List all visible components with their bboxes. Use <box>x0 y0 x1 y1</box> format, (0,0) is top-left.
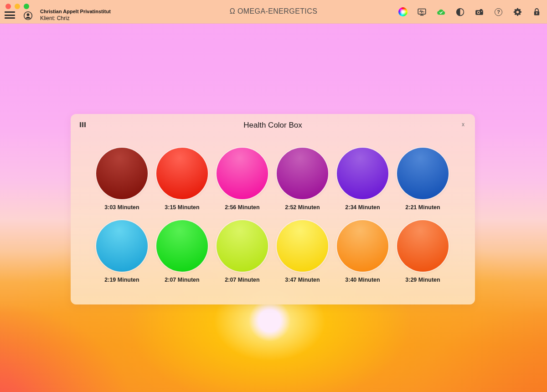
client-name: Klient: Chriz <box>40 15 111 22</box>
color-ball-dark-red[interactable] <box>96 148 148 199</box>
color-item-dark-orange: 3:29 Minuten <box>397 220 449 283</box>
duration-label: 2:52 Minuten <box>285 204 320 211</box>
color-item-dark-red: 3:03 Minuten <box>96 148 148 211</box>
color-ball-yellow-green[interactable] <box>217 220 268 272</box>
color-grid: 3:03 Minuten 3:15 Minuten 2:56 Minuten 2… <box>96 148 449 283</box>
color-ball-yellow[interactable] <box>277 220 328 272</box>
duration-label: 2:07 Minuten <box>225 277 259 283</box>
title-bar: Christian Appelt Privatinstitut Klient: … <box>0 0 547 24</box>
duration-label: 3:03 Minuten <box>104 204 139 211</box>
panel-title: Health Color Box <box>71 121 475 130</box>
color-ball-magenta[interactable] <box>277 148 328 199</box>
lock-icon[interactable] <box>532 7 542 17</box>
help-icon[interactable]: ? <box>494 7 503 17</box>
color-ball-pink[interactable] <box>217 148 268 199</box>
color-ball-green[interactable] <box>156 220 208 272</box>
color-item-yellow: 3:47 Minuten <box>277 220 328 283</box>
duration-label: 2:21 Minuten <box>405 204 440 211</box>
duration-label: 3:29 Minuten <box>405 277 440 283</box>
color-item-blue: 2:21 Minuten <box>397 148 449 211</box>
duration-label: 3:47 Minuten <box>285 277 320 283</box>
color-item-magenta: 2:52 Minuten <box>277 148 328 211</box>
camera-icon[interactable] <box>475 7 484 17</box>
color-ball-blue[interactable] <box>397 148 449 199</box>
duration-label: 2:07 Minuten <box>165 277 199 283</box>
color-item-green: 2:07 Minuten <box>156 220 208 283</box>
duration-label: 2:19 Minuten <box>104 277 139 283</box>
duration-label: 3:15 Minuten <box>165 204 199 211</box>
color-item-orange: 3:40 Minuten <box>337 220 388 283</box>
color-item-cyan: 2:19 Minuten <box>96 220 148 283</box>
color-ball-orange[interactable] <box>337 220 388 272</box>
color-ball-violet[interactable] <box>337 148 388 199</box>
color-item-violet: 2:34 Minuten <box>337 148 388 211</box>
duration-label: 2:56 Minuten <box>225 204 259 211</box>
color-item-red: 3:15 Minuten <box>156 148 208 211</box>
color-ball-red[interactable] <box>156 148 208 199</box>
settings-gear-icon[interactable] <box>513 7 522 17</box>
color-item-yellow-green: 2:07 Minuten <box>217 220 268 283</box>
duration-label: 3:40 Minuten <box>345 277 380 283</box>
panel-header: Health Color Box x <box>71 114 475 136</box>
monitor-waveform-icon[interactable] <box>417 7 427 17</box>
panel-close-button[interactable]: x <box>460 120 466 129</box>
health-color-box-panel: Health Color Box x 3:03 Minuten 3:15 Min… <box>71 114 475 304</box>
color-ball-dark-orange[interactable] <box>397 220 449 272</box>
toolbar-icons: ? <box>398 0 542 24</box>
color-ball-cyan[interactable] <box>96 220 148 272</box>
duration-label: 2:34 Minuten <box>345 204 380 211</box>
contrast-icon[interactable] <box>455 7 465 17</box>
cloud-check-icon[interactable] <box>436 7 446 17</box>
color-wheel-icon[interactable] <box>398 7 408 17</box>
color-item-pink: 2:56 Minuten <box>217 148 268 211</box>
